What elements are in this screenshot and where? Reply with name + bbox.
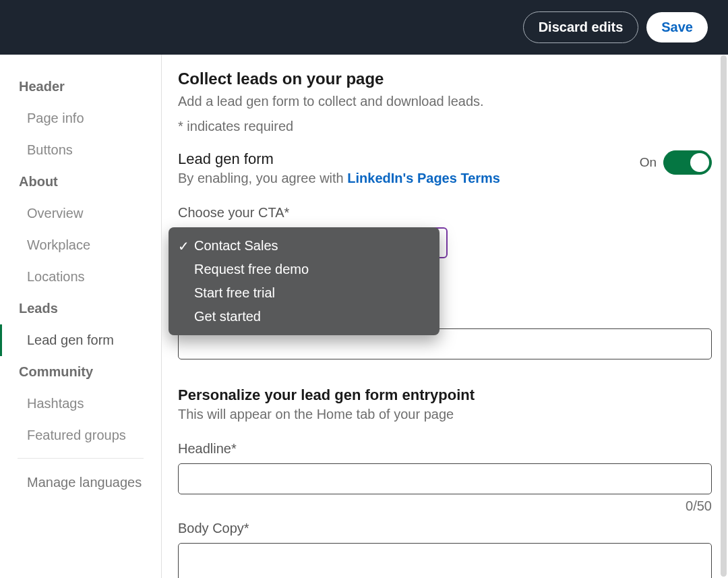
required-note: * indicates required	[178, 119, 712, 134]
sidebar-item-manage-languages[interactable]: Manage languages	[0, 465, 161, 498]
cta-option-label: Get started	[194, 309, 261, 324]
body-copy-input[interactable]	[178, 543, 712, 578]
sidebar-item-featured-groups[interactable]: Featured groups	[0, 420, 161, 451]
linkedin-terms-link[interactable]: LinkedIn's Pages Terms	[347, 171, 500, 185]
leadgen-toggle-wrap: On	[640, 150, 712, 175]
sidebar-item-overview[interactable]: Overview	[0, 198, 161, 229]
sidebar-item-hashtags[interactable]: Hashtags	[0, 388, 161, 420]
sidebar-section-header: Header	[0, 71, 161, 103]
leadgen-row: Lead gen form By enabling, you agree wit…	[178, 150, 712, 186]
sidebar-section-about: About	[0, 166, 161, 198]
page-title: Collect leads on your page	[178, 69, 712, 88]
cta-option-get-started[interactable]: Get started	[169, 305, 439, 328]
toggle-state-label: On	[640, 155, 657, 170]
topbar: Discard edits Save	[0, 0, 728, 55]
headline-input[interactable]	[178, 463, 712, 494]
cta-option-label: Request free demo	[194, 262, 309, 277]
headline-label: Headline*	[178, 441, 712, 457]
sidebar-item-workplace[interactable]: Workplace	[0, 229, 161, 261]
sidebar-item-page-info[interactable]: Page info	[0, 103, 161, 134]
personalize-sub: This will appear on the Home tab of your…	[178, 407, 712, 422]
cta-option-label: Contact Sales	[194, 238, 278, 253]
sidebar-section-community: Community	[0, 356, 161, 388]
main-panel: Collect leads on your page Add a lead ge…	[162, 55, 728, 578]
page-subtitle: Add a lead gen form to collect and downl…	[178, 94, 712, 109]
cta-select-wrap: ✓ Contact Sales Request free demo Start …	[178, 227, 448, 258]
save-button[interactable]: Save	[646, 12, 708, 42]
cta-option-request-demo[interactable]: Request free demo	[169, 258, 439, 281]
sidebar-item-locations[interactable]: Locations	[0, 261, 161, 293]
discard-button[interactable]: Discard edits	[523, 11, 639, 43]
body-area: Header Page info Buttons About Overview …	[0, 55, 728, 578]
body-copy-label: Body Copy*	[178, 521, 712, 536]
sidebar: Header Page info Buttons About Overview …	[0, 55, 162, 578]
check-icon: ✓	[178, 238, 189, 254]
cta-label: Choose your CTA*	[178, 205, 712, 221]
cta-option-start-trial[interactable]: Start free trial	[169, 281, 439, 305]
sidebar-item-lead-gen-form[interactable]: Lead gen form	[0, 324, 161, 356]
leadgen-hint-prefix: By enabling, you agree with	[178, 171, 347, 185]
leadgen-toggle[interactable]	[663, 150, 712, 175]
cta-option-label: Start free trial	[194, 285, 275, 300]
leadgen-title: Lead gen form	[178, 150, 500, 168]
cta-dropdown: ✓ Contact Sales Request free demo Start …	[169, 227, 439, 335]
sidebar-item-buttons[interactable]: Buttons	[0, 134, 161, 166]
leadgen-left: Lead gen form By enabling, you agree wit…	[178, 150, 500, 186]
sidebar-section-leads: Leads	[0, 293, 161, 324]
sidebar-divider	[18, 458, 144, 459]
leadgen-hint: By enabling, you agree with LinkedIn's P…	[178, 171, 500, 186]
scrollbar[interactable]	[721, 55, 727, 577]
headline-char-count: 0/50	[178, 498, 712, 514]
personalize-title: Personalize your lead gen form entrypoin…	[178, 386, 712, 404]
cta-option-contact-sales[interactable]: ✓ Contact Sales	[169, 234, 439, 258]
toggle-knob	[690, 153, 709, 172]
